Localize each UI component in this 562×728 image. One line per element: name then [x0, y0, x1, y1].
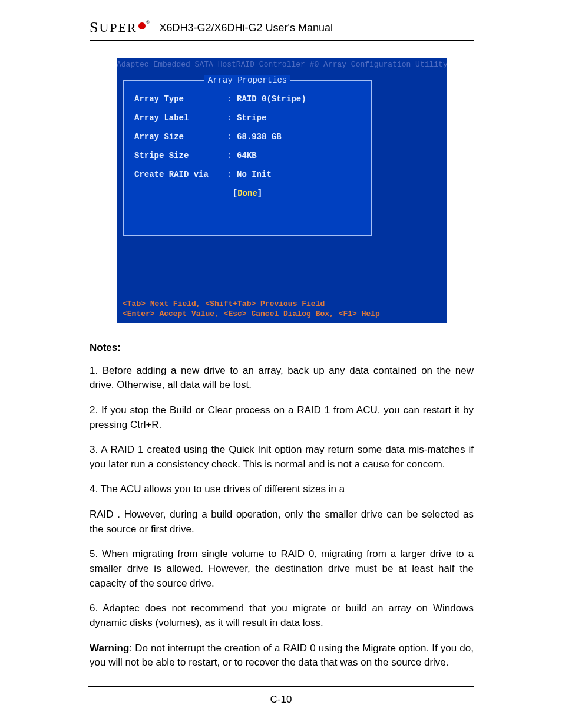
field-label: Array Type: [134, 94, 223, 104]
note-4a: 4. The ACU allows you to use drives of d…: [90, 482, 474, 497]
array-properties-panel: Array Properties Array Type : RAID 0(Str…: [123, 80, 372, 236]
panel-fields: Array Type : RAID 0(Stripe) Array Label …: [124, 81, 371, 198]
done-button[interactable]: [Done]: [134, 189, 361, 198]
divider: [117, 298, 447, 298]
field-value[interactable]: No Init: [237, 170, 272, 179]
panel-title: Array Properties: [204, 75, 290, 85]
colon-icon: :: [223, 113, 237, 123]
field-label: Create RAID via: [134, 170, 223, 179]
notes-title: Notes:: [90, 341, 474, 355]
page-number: C-10: [0, 694, 562, 706]
colon-icon: :: [223, 94, 237, 104]
registered-mark: ®: [146, 19, 151, 25]
field-label: Stripe Size: [134, 151, 223, 160]
notes-section: Notes: 1. Before adding a new drive to a…: [90, 341, 474, 670]
bracket-open-icon: [: [233, 189, 237, 198]
colon-icon: :: [223, 151, 237, 160]
colon-icon: :: [223, 170, 237, 179]
field-array-size: Array Size : 68.938 GB: [134, 132, 361, 141]
field-array-type: Array Type : RAID 0(Stripe): [134, 94, 361, 104]
field-create-raid-via: Create RAID via : No Init: [134, 170, 361, 179]
note-6: 6. Adaptec does not recommend that you m…: [90, 601, 474, 630]
brand-logo: SUPER ®: [90, 19, 151, 37]
note-2: 2. If you stop the Build or Clear proces…: [90, 403, 474, 432]
field-array-label: Array Label : Stripe: [134, 113, 361, 123]
bios-banner: Adaptec Embedded SATA HostRAID Controlle…: [117, 60, 447, 69]
note-1: 1. Before adding a new drive to an array…: [90, 364, 474, 393]
logo-dot-icon: [138, 22, 146, 29]
colon-icon: :: [223, 132, 237, 141]
help-line-1: <Tab> Next Field, <Shift+Tab> Previous F…: [123, 299, 380, 309]
warning-paragraph: Warning: Do not interrupt the creation o…: [90, 641, 474, 670]
bios-help-text: <Tab> Next Field, <Shift+Tab> Previous F…: [123, 299, 380, 319]
manual-title: X6DH3-G2/X6DHi-G2 User's Manual: [160, 22, 333, 34]
field-label: Array Size: [134, 132, 223, 141]
note-5: 5. When migrating from single volume to …: [90, 547, 474, 591]
field-value[interactable]: Stripe: [237, 113, 266, 123]
page-header: SUPER ® X6DH3-G2/X6DHi-G2 User's Manual: [90, 19, 474, 41]
bracket-close-icon: ]: [257, 189, 262, 198]
note-3: 3. A RAID 1 created using the Quick Init…: [90, 443, 474, 472]
warning-text: : Do not interrupt the creation of a RAI…: [90, 643, 474, 668]
bios-screenshot: Adaptec Embedded SATA HostRAID Controlle…: [117, 58, 447, 323]
logo-text-cap: S: [90, 19, 99, 37]
help-line-2: <Enter> Accept Value, <Esc> Cancel Dialo…: [123, 309, 380, 319]
note-4b: RAID . However, during a build operation…: [90, 508, 474, 536]
logo-text-rest: UPER: [99, 20, 137, 35]
field-value[interactable]: RAID 0(Stripe): [237, 94, 306, 104]
field-stripe-size: Stripe Size : 64KB: [134, 151, 361, 160]
field-value[interactable]: 64KB: [237, 151, 257, 160]
field-label: Array Label: [134, 113, 223, 123]
done-label: Done: [237, 189, 257, 198]
warning-label: Warning: [90, 643, 129, 654]
field-value[interactable]: 68.938 GB: [237, 132, 282, 141]
footer-divider: [88, 686, 474, 687]
